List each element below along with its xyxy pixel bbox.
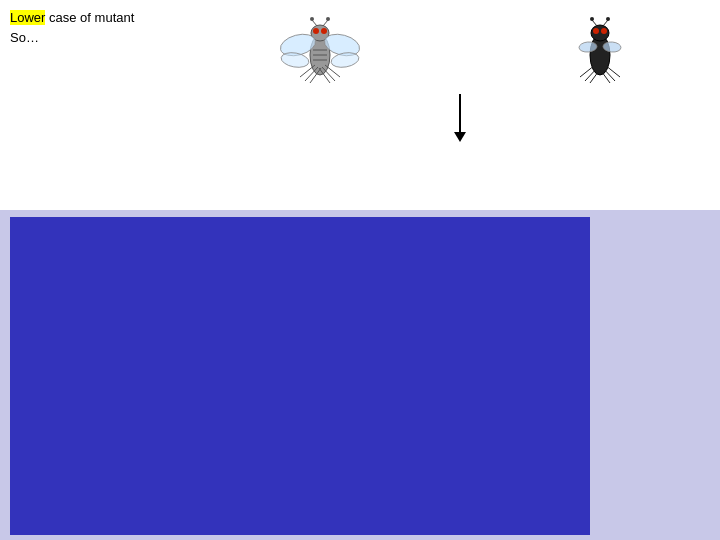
lower-highlight: Lower [10, 10, 45, 25]
svg-line-30 [605, 65, 620, 77]
svg-line-27 [580, 65, 595, 77]
svg-line-17 [312, 20, 317, 26]
svg-point-35 [590, 17, 594, 21]
svg-point-23 [593, 28, 599, 34]
svg-point-36 [606, 17, 610, 21]
svg-point-24 [601, 28, 607, 34]
wild-type-fly-image [280, 15, 360, 85]
svg-line-34 [603, 20, 608, 26]
right-parent-fly [560, 15, 640, 89]
svg-point-22 [591, 25, 609, 41]
svg-point-20 [326, 17, 330, 21]
left-text-panel: Lower case of mutant So… [0, 0, 200, 210]
svg-point-19 [310, 17, 314, 21]
arrow-container [200, 94, 720, 134]
svg-point-2 [313, 28, 319, 34]
so-text: So… [10, 30, 39, 45]
text-line3: Lower case of mutant [10, 8, 190, 28]
svg-point-3 [321, 28, 327, 34]
text-line5: So… [10, 28, 190, 48]
results-panel [10, 217, 590, 535]
parents-row [200, 5, 720, 89]
black-fly-image [560, 15, 640, 85]
diagram-area [200, 0, 720, 210]
text-case-mutant: case of mutant [49, 10, 134, 25]
svg-line-18 [323, 20, 328, 26]
down-arrow [459, 94, 461, 134]
svg-line-33 [592, 20, 597, 26]
left-parent-fly [280, 15, 360, 89]
